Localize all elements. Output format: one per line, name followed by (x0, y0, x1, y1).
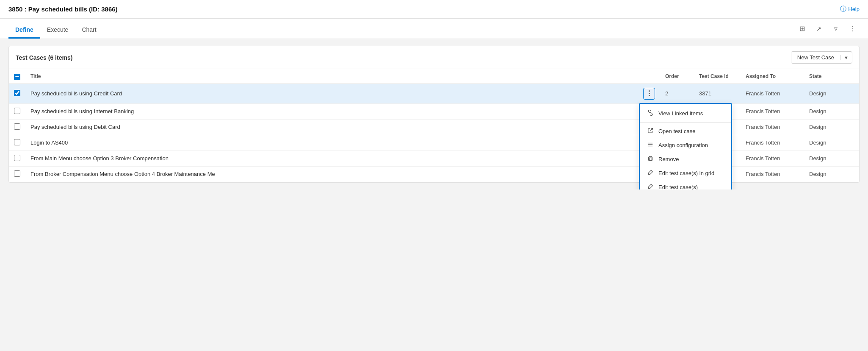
main-content: Test Cases (6 items) New Test Case ▼ Tit… (0, 39, 868, 189)
row-checkbox[interactable] (14, 155, 20, 161)
col-header-state: State (804, 69, 846, 84)
row-extra-actions (846, 84, 859, 103)
row-test-case-id: 3871 (694, 84, 741, 103)
row-checkbox[interactable] (14, 90, 20, 96)
row-title: Login to AS400 (25, 135, 638, 150)
expand-icon: ↗ (816, 25, 821, 32)
new-test-case-button[interactable]: New Test Case (791, 52, 840, 63)
row-assigned-to: Francis Totten (741, 166, 804, 182)
menu-divider (640, 122, 731, 123)
help-link[interactable]: ⓘ Help (840, 5, 860, 13)
tab-chart[interactable]: Chart (75, 19, 103, 39)
row-checkbox[interactable] (14, 139, 20, 145)
menu-icon-edit (647, 184, 654, 189)
menu-icon-remove (647, 156, 654, 163)
new-test-case-dropdown-button[interactable]: ▼ (840, 55, 852, 60)
menu-label-remove: Remove (658, 156, 679, 162)
menu-icon-assign-config (647, 142, 654, 149)
svg-line-0 (650, 128, 652, 130)
grid-view-button[interactable]: ⊞ (795, 22, 809, 36)
new-test-case-button-group: New Test Case ▼ (791, 51, 852, 64)
row-extra-actions (846, 135, 859, 150)
row-checkbox[interactable] (14, 170, 20, 177)
row-extra-actions (846, 166, 859, 182)
row-assigned-to: Francis Totten (741, 103, 804, 119)
menu-icon-edit-grid (647, 170, 654, 177)
row-checkbox[interactable] (14, 108, 20, 114)
row-checkbox-cell (9, 150, 25, 166)
menu-icon-view-linked (647, 110, 654, 117)
row-checkbox[interactable] (14, 123, 20, 130)
row-actions-cell: ⋮View Linked ItemsOpen test caseAssign c… (638, 84, 660, 103)
row-assigned-to: Francis Totten (741, 84, 804, 103)
row-title: Pay scheduled bills using Internet Banki… (25, 103, 638, 119)
row-title: From Broker Compensation Menu choose Opt… (25, 166, 638, 182)
row-state: Design (804, 135, 846, 150)
top-bar: 3850 : Pay scheduled bills (ID: 3866) ⓘ … (0, 0, 868, 19)
row-order: 2 (660, 84, 694, 103)
row-extra-actions (846, 150, 859, 166)
menu-item-edit-grid[interactable]: Edit test case(s) in grid (640, 166, 731, 180)
row-checkbox-cell (9, 103, 25, 119)
row-title: Pay scheduled bills using Credit Card (25, 84, 638, 103)
menu-label-assign-config: Assign configuration (658, 142, 708, 148)
row-state: Design (804, 119, 846, 135)
expand-button[interactable]: ↗ (812, 22, 826, 36)
toolbar-icons: ⊞ ↗ ▿ ⋮ (795, 22, 860, 36)
menu-label-edit: Edit test case(s) (658, 184, 698, 189)
menu-item-edit[interactable]: Edit test case(s) (640, 180, 731, 189)
row-assigned-to: Francis Totten (741, 119, 804, 135)
menu-label-view-linked: View Linked Items (658, 110, 703, 117)
select-all-header[interactable] (9, 69, 25, 84)
menu-label-edit-grid: Edit test case(s) in grid (658, 170, 714, 176)
context-menu: View Linked ItemsOpen test caseAssign co… (639, 103, 732, 189)
row-state: Design (804, 150, 846, 166)
row-checkbox-cell (9, 119, 25, 135)
col-header-test-case-id: Test Case Id (694, 69, 741, 84)
menu-item-assign-config[interactable]: Assign configuration (640, 138, 731, 152)
panel-title: Test Cases (6 items) (16, 54, 72, 61)
tabs-bar: Define Execute Chart ⊞ ↗ ▿ ⋮ (0, 19, 868, 39)
chevron-down-icon: ▼ (844, 55, 849, 60)
row-extra-actions (846, 119, 859, 135)
context-menu-wrapper: ⋮View Linked ItemsOpen test caseAssign c… (643, 88, 655, 100)
row-checkbox-cell (9, 84, 25, 103)
more-options-button[interactable]: ⋮ (846, 22, 860, 36)
tab-execute[interactable]: Execute (40, 19, 75, 39)
indeterminate-checkbox[interactable] (14, 74, 20, 80)
row-state: Design (804, 166, 846, 182)
grid-icon: ⊞ (799, 25, 805, 33)
tabs-container: Define Execute Chart (8, 19, 103, 39)
row-assigned-to: Francis Totten (741, 150, 804, 166)
test-cases-panel: Test Cases (6 items) New Test Case ▼ Tit… (8, 46, 860, 183)
row-state: Design (804, 84, 846, 103)
row-title: Pay scheduled bills using Debit Card (25, 119, 638, 135)
table-row: Pay scheduled bills using Credit Card⋮Vi… (9, 84, 859, 103)
row-assigned-to: Francis Totten (741, 135, 804, 150)
panel-header: Test Cases (6 items) New Test Case ▼ (9, 46, 859, 69)
row-extra-actions (846, 103, 859, 119)
menu-label-open-test-case: Open test case (658, 128, 695, 134)
menu-item-remove[interactable]: Remove (640, 152, 731, 166)
row-title: From Main Menu choose Option 3 Broker Co… (25, 150, 638, 166)
table-header-row: Title Order Test Case Id Assigned To Sta… (9, 69, 859, 84)
row-checkbox-cell (9, 135, 25, 150)
menu-item-open-test-case[interactable]: Open test case (640, 124, 731, 138)
help-circle-icon: ⓘ (840, 5, 846, 13)
row-more-button[interactable]: ⋮ (643, 88, 655, 100)
col-header-title: Title (25, 69, 638, 84)
tab-define[interactable]: Define (8, 19, 40, 39)
row-state: Design (804, 103, 846, 119)
filter-button[interactable]: ▿ (829, 22, 843, 36)
col-header-assigned-to: Assigned To (741, 69, 804, 84)
menu-icon-open-test-case (647, 128, 654, 135)
more-icon: ⋮ (849, 25, 856, 33)
page-title: 3850 : Pay scheduled bills (ID: 3866) (8, 6, 118, 13)
col-header-order: Order (660, 69, 694, 84)
menu-item-view-linked[interactable]: View Linked Items (640, 106, 731, 120)
row-checkbox-cell (9, 166, 25, 182)
filter-icon: ▿ (834, 25, 838, 33)
svg-rect-4 (649, 157, 652, 160)
test-cases-table: Title Order Test Case Id Assigned To Sta… (9, 69, 859, 182)
